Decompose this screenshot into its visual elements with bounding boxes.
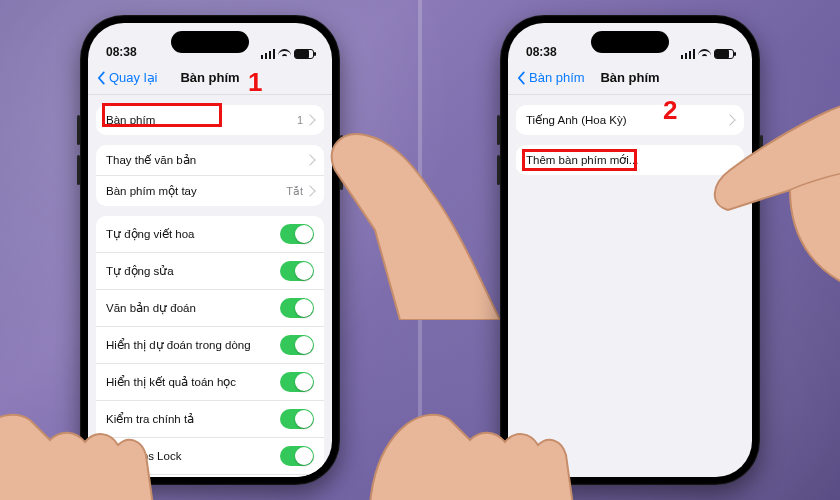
row-toggle[interactable]: Hiển thị dự đoán trong dòng xyxy=(96,326,324,363)
wifi-icon xyxy=(698,49,711,59)
annotation-number-2: 2 xyxy=(663,95,677,126)
battery-icon xyxy=(714,49,734,59)
row-toggle[interactable]: Tự động viết hoa xyxy=(96,216,324,252)
chevron-left-icon xyxy=(514,71,528,85)
chevron-left-icon xyxy=(94,71,108,85)
cellular-icon xyxy=(681,49,695,59)
dynamic-island xyxy=(171,31,249,53)
row-label: Thay thế văn bản xyxy=(106,153,196,167)
toggle-label: Bật Caps Lock xyxy=(106,449,181,463)
cellular-icon xyxy=(261,49,275,59)
row-toggle[interactable]: Văn bản dự đoán xyxy=(96,289,324,326)
chevron-right-icon xyxy=(726,116,734,124)
row-add-new-keyboard[interactable]: Thêm bàn phím mới... xyxy=(516,145,744,175)
row-keyboards[interactable]: Bàn phím 1 xyxy=(96,105,324,135)
row-label: Bàn phím một tay xyxy=(106,184,197,198)
nav-bar: Quay lại Bàn phím xyxy=(88,61,332,95)
toggle-switch[interactable] xyxy=(280,446,314,466)
iphone-device-2: 08:38 Bàn phím Bàn phím Tiếng Anh (Hoa K xyxy=(500,15,760,485)
chevron-right-icon xyxy=(306,187,314,195)
battery-icon xyxy=(294,49,314,59)
chevron-right-icon xyxy=(306,116,314,124)
nav-title: Bàn phím xyxy=(600,70,659,85)
group-existing-keyboards: Tiếng Anh (Hoa Kỳ) xyxy=(516,105,744,135)
group-text: Thay thế văn bản Bàn phím một tay Tắt xyxy=(96,145,324,206)
row-text-replacement[interactable]: Thay thế văn bản xyxy=(96,145,324,175)
keyboards-count: 1 xyxy=(297,114,303,126)
settings-scroll[interactable]: Tiếng Anh (Hoa Kỳ) Thêm bàn phím mới... xyxy=(508,95,752,477)
dynamic-island xyxy=(591,31,669,53)
toggle-label: Hiển thị dự đoán trong dòng xyxy=(106,338,251,352)
row-label: Thêm bàn phím mới... xyxy=(526,153,638,167)
status-time: 08:38 xyxy=(106,45,137,59)
back-button[interactable]: Quay lại xyxy=(94,70,157,85)
row-toggle[interactable]: Tự động sửa xyxy=(96,252,324,289)
chevron-right-icon xyxy=(306,156,314,164)
settings-scroll[interactable]: Bàn phím 1 Thay thế văn bản Bàn phím một… xyxy=(88,95,332,477)
annotation-number-1: 1 xyxy=(248,67,262,98)
toggle-switch[interactable] xyxy=(280,261,314,281)
toggle-switch[interactable] xyxy=(280,409,314,429)
row-toggle[interactable]: Kiểm tra chính tả xyxy=(96,400,324,437)
toggle-label: Văn bản dự đoán xyxy=(106,301,196,315)
toggle-label: Tự động viết hoa xyxy=(106,227,194,241)
toggle-switch[interactable] xyxy=(280,224,314,244)
wifi-icon xyxy=(278,49,291,59)
row-label: Tiếng Anh (Hoa Kỳ) xyxy=(526,113,627,127)
group-add-keyboard: Thêm bàn phím mới... xyxy=(516,145,744,175)
row-label: Bàn phím xyxy=(106,114,155,126)
back-label: Bàn phím xyxy=(529,70,585,85)
panel-step-1: 08:38 Quay lại Bàn phím Bàn phím xyxy=(0,0,420,500)
row-keyboard-english[interactable]: Tiếng Anh (Hoa Kỳ) xyxy=(516,105,744,135)
panel-step-2: 08:38 Bàn phím Bàn phím Tiếng Anh (Hoa K xyxy=(420,0,840,500)
back-label: Quay lại xyxy=(109,70,157,85)
toggle-switch[interactable] xyxy=(280,298,314,318)
row-one-handed[interactable]: Bàn phím một tay Tắt xyxy=(96,175,324,206)
nav-title: Bàn phím xyxy=(180,70,239,85)
toggle-switch[interactable] xyxy=(280,335,314,355)
iphone-device-1: 08:38 Quay lại Bàn phím Bàn phím xyxy=(80,15,340,485)
row-toggle[interactable]: Dấu câu thông minh xyxy=(96,474,324,477)
screen-2: 08:38 Bàn phím Bàn phím Tiếng Anh (Hoa K xyxy=(508,23,752,477)
row-toggle[interactable]: Bật Caps Lock xyxy=(96,437,324,474)
toggle-label: Kiểm tra chính tả xyxy=(106,412,194,426)
screen-1: 08:38 Quay lại Bàn phím Bàn phím xyxy=(88,23,332,477)
row-toggle[interactable]: Hiển thị kết quả toán học xyxy=(96,363,324,400)
one-handed-value: Tắt xyxy=(286,185,303,198)
status-time: 08:38 xyxy=(526,45,557,59)
toggle-label: Hiển thị kết quả toán học xyxy=(106,375,236,389)
toggle-switch[interactable] xyxy=(280,372,314,392)
back-button[interactable]: Bàn phím xyxy=(514,70,585,85)
toggle-label: Tự động sửa xyxy=(106,264,174,278)
group-toggles: Tự động viết hoaTự động sửaVăn bản dự đo… xyxy=(96,216,324,477)
nav-bar: Bàn phím Bàn phím xyxy=(508,61,752,95)
group-keyboards: Bàn phím 1 xyxy=(96,105,324,135)
